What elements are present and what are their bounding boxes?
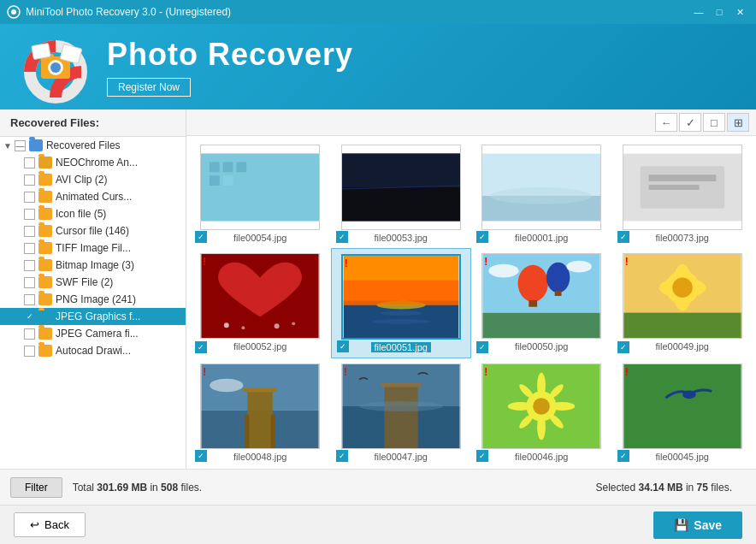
photo-label-50: file00050.jpg <box>515 341 568 352</box>
photo-cell-53[interactable]: file00053.jpg <box>331 139 472 248</box>
warning-icon-49: ! <box>625 256 629 268</box>
maximize-button[interactable]: □ <box>710 4 729 20</box>
tree-item-root[interactable]: ▼ — Recovered Files <box>0 137 186 154</box>
tree-item-camera[interactable]: JPEG Camera fi... <box>0 325 186 342</box>
tree-item-animated[interactable]: Animated Curs... <box>0 188 186 205</box>
tree-item-png[interactable]: PNG Image (241) <box>0 291 186 308</box>
photo-thumb-48: ! <box>200 364 320 449</box>
photo-checkbox-01[interactable] <box>476 231 488 243</box>
app-title: Photo Recovery <box>107 37 353 73</box>
photo-checkbox-47[interactable] <box>336 450 348 462</box>
back-button[interactable]: ↩ Back <box>14 512 86 537</box>
camera-label: JPEG Camera fi... <box>56 328 139 340</box>
photo-cell-52[interactable]: ! <box>190 248 331 358</box>
photo-checkbox-45[interactable] <box>617 450 629 462</box>
photo-checkbox-49[interactable] <box>617 341 629 353</box>
photo-cell-50[interactable]: ! <box>471 248 612 358</box>
svg-rect-36 <box>344 301 458 305</box>
photo-cell-01[interactable]: file00001.jpg <box>471 139 612 248</box>
photo-label-45: file00045.jpg <box>656 452 709 462</box>
total-files: 508 <box>161 482 178 494</box>
photo-checkbox-51[interactable] <box>337 340 349 352</box>
photo-checkbox-48[interactable] <box>195 450 207 462</box>
photo-cell-45[interactable]: ! file00045.jpg <box>612 358 753 467</box>
sidebar-header: Recovered Files: <box>0 109 186 137</box>
tree-item-autocad[interactable]: Autocad Drawi... <box>0 342 186 359</box>
svg-point-31 <box>292 322 295 325</box>
selected-text: Selected 34.14 MB in 75 files. <box>596 482 733 494</box>
svg-rect-44 <box>555 291 562 296</box>
tree-item-jpeg[interactable]: JPEG Graphics f... <box>0 308 186 325</box>
photo-checkbox-53[interactable] <box>336 231 348 243</box>
cursor-checkbox[interactable] <box>24 226 35 237</box>
png-checkbox[interactable] <box>24 294 35 305</box>
tiff-folder-icon <box>38 242 52 254</box>
photo-label-52: file00052.jpg <box>233 341 286 352</box>
photo-checkbox-50[interactable] <box>476 341 488 353</box>
svg-rect-15 <box>223 175 233 186</box>
photo-cell-49[interactable]: ! <box>612 248 753 358</box>
photo-label-47: file00047.jpg <box>375 452 428 462</box>
photo-cell-47[interactable]: ! <box>331 358 472 467</box>
register-button[interactable]: Register Now <box>107 78 191 97</box>
grid-view-button[interactable]: ⊞ <box>727 113 749 132</box>
back-view-button[interactable]: ← <box>655 113 677 132</box>
photo-cell-73[interactable]: file00073.jpg <box>612 139 753 248</box>
avi-checkbox[interactable] <box>24 174 35 186</box>
checkmark-view-button[interactable]: ✓ <box>679 113 701 132</box>
tree-item-tiff[interactable]: TIFF Image Fil... <box>0 239 186 257</box>
swf-checkbox[interactable] <box>24 277 35 288</box>
back-label: Back <box>44 518 69 531</box>
neo-checkbox[interactable] <box>24 157 35 169</box>
photo-label-51: file00051.jpg <box>371 342 431 352</box>
jpeg-label: JPEG Graphics f... <box>56 310 140 322</box>
bitmap-folder-icon <box>38 259 52 271</box>
tree-item-bitmap[interactable]: Bitmap Image (3) <box>0 257 186 274</box>
jpeg-checkbox[interactable] <box>24 311 35 322</box>
single-view-button[interactable]: □ <box>703 113 725 132</box>
root-label: Recovered Files <box>46 139 121 151</box>
photo-checkbox-46[interactable] <box>476 450 488 462</box>
photo-checkbox-54[interactable] <box>195 231 207 243</box>
photo-grid: file00054.jpg file00053.jpg <box>186 136 756 469</box>
png-label: PNG Image (241) <box>56 293 136 305</box>
svg-rect-11 <box>210 162 220 172</box>
tree-item-neo[interactable]: NEOChrome An... <box>0 154 186 171</box>
save-button[interactable]: 💾 Save <box>653 511 742 539</box>
checkbox-minus-icon: — <box>15 141 24 151</box>
photo-thumb-54 <box>200 145 320 230</box>
svg-point-65 <box>359 401 443 411</box>
tree-item-cursor[interactable]: Cursor file (146) <box>0 222 186 239</box>
tree-item-icon[interactable]: Icon file (5) <box>0 205 186 222</box>
root-checkbox[interactable]: — <box>15 140 26 151</box>
svg-rect-59 <box>271 415 275 448</box>
filter-button[interactable]: Filter <box>10 477 62 498</box>
photo-cell-46[interactable]: ! <box>471 358 612 467</box>
close-button[interactable]: ✕ <box>730 4 749 20</box>
photo-checkbox-52[interactable] <box>195 341 207 353</box>
minimize-button[interactable]: — <box>689 4 708 20</box>
icon-checkbox[interactable] <box>24 209 35 220</box>
photo-area[interactable]: file00054.jpg file00053.jpg <box>186 136 756 469</box>
warning-icon-50: ! <box>484 256 487 268</box>
tiff-checkbox[interactable] <box>24 243 35 254</box>
tree-item-swf[interactable]: SWF File (2) <box>0 274 186 291</box>
tree-item-avi[interactable]: AVI Clip (2) <box>0 171 186 188</box>
bitmap-checkbox[interactable] <box>24 260 35 271</box>
svg-rect-40 <box>483 313 600 338</box>
photo-cell-51[interactable]: ! <box>331 248 472 358</box>
titlebar-controls: — □ ✕ <box>689 4 749 20</box>
photo-cell-48[interactable]: ! <box>190 358 331 467</box>
camera-checkbox[interactable] <box>24 328 35 340</box>
titlebar-title: MiniTool Photo Recovery 3.0 - (Unregiste… <box>26 6 689 18</box>
photo-checkbox-73[interactable] <box>617 231 629 243</box>
photo-label-54: file00054.jpg <box>233 233 286 243</box>
total-size: 301.69 MB <box>97 482 147 494</box>
animated-checkbox[interactable] <box>24 192 35 203</box>
photo-cell-54[interactable]: file00054.jpg <box>190 139 331 248</box>
warning-icon-46: ! <box>484 366 487 378</box>
autocad-checkbox[interactable] <box>24 346 35 357</box>
svg-rect-18 <box>342 187 460 221</box>
svg-rect-57 <box>244 387 277 392</box>
svg-rect-13 <box>237 162 247 172</box>
